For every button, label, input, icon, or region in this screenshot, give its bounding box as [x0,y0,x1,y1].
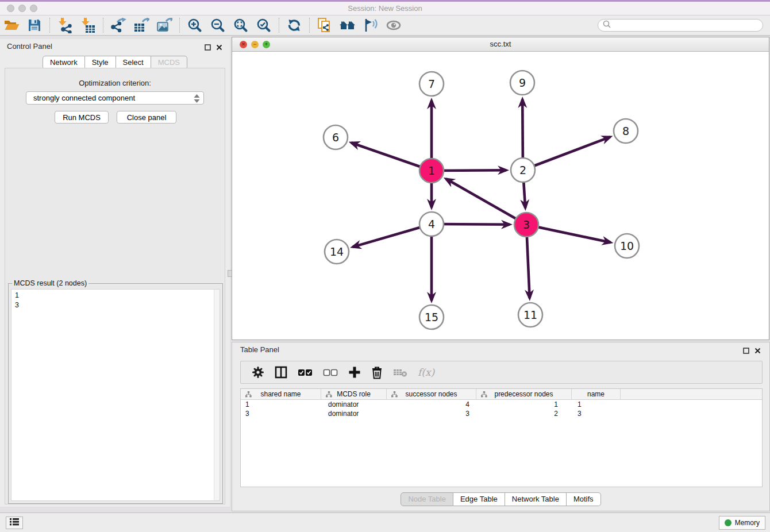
control-panel-title: Control Panel [0,39,230,51]
select-all-icon[interactable] [298,369,313,376]
table-panel-title: Table Panel [232,342,769,354]
task-history-button[interactable] [6,516,23,529]
optimization-criterion-label: Optimization criterion: [5,79,225,87]
export-network-icon[interactable] [109,17,128,34]
first-neighbors-icon[interactable] [338,17,357,34]
close-window-button[interactable] [7,5,14,12]
control-panel: Control Panel NetworkStyleSelectMCDS Opt… [0,39,230,507]
cell-predecessor-nodes[interactable]: 1 [476,400,572,409]
titlebar: Session: New Session [0,2,770,16]
save-session-icon[interactable] [25,17,44,34]
zoom-in-icon[interactable] [185,17,205,34]
network-window-titlebar[interactable]: ✕ − + scc.txt [232,37,769,52]
toolbar-separator [49,18,50,33]
tab-motifs[interactable]: Motifs [567,492,601,506]
search-field[interactable] [598,19,763,32]
control-panel-header: Control Panel [0,39,230,53]
node-label-11: 11 [523,309,537,321]
delete-row-icon[interactable] [371,366,383,379]
edge-2-8[interactable] [523,137,610,170]
network-close-button[interactable]: ✕ [240,41,247,48]
edge-3-10[interactable] [526,225,611,242]
node-label-7: 7 [428,78,435,90]
network-minimize-button[interactable]: − [251,41,259,48]
show-hide-details-icon[interactable] [384,17,403,34]
zoom-fit-icon[interactable] [231,17,251,34]
list-icon [10,518,19,528]
cell-MCDS-role[interactable]: dominator [321,409,387,418]
criterion-dropdown[interactable]: strongly connected component [26,91,204,105]
toolbar-separator [279,18,279,33]
graphics-details-icon[interactable] [361,17,380,34]
mcds-result-text: 1 3 [11,290,213,500]
result-scrollbar[interactable] [214,290,220,500]
table-header-row: shared nameMCDS rolesuccessor nodesprede… [241,389,762,400]
close-panel-icon[interactable] [216,43,223,49]
node-label-9: 9 [519,76,526,89]
column-header-predecessor-nodes[interactable]: predecessor nodes [476,389,572,399]
float-panel-icon[interactable] [205,43,211,49]
mcds-result-area[interactable]: 1 3 [11,289,220,501]
tab-network-table[interactable]: Network Table [505,492,567,506]
table-row[interactable]: 3dominator323 [241,409,762,418]
zoom-out-icon[interactable] [208,17,228,34]
column-header-name[interactable]: name [572,389,621,399]
deselect-all-icon[interactable] [323,369,338,376]
edge-3-1[interactable] [446,179,526,225]
function-builder-icon[interactable]: f(x) [418,367,434,378]
toolbar-separator [309,18,310,33]
show-columns-icon[interactable] [275,366,287,379]
node-label-10: 10 [620,240,634,252]
node-label-4: 4 [428,218,435,230]
zoom-selected-icon[interactable] [254,17,274,34]
cell-predecessor-nodes[interactable]: 2 [476,409,572,418]
zoom-window-button[interactable] [30,5,37,12]
column-header-shared-name[interactable]: shared name [241,389,321,399]
run-mcds-button[interactable]: Run MCDS [55,111,109,124]
dropdown-stepper-icon [193,94,201,105]
cell-shared-name[interactable]: 3 [241,409,321,418]
import-network-icon[interactable] [55,17,75,34]
search-icon [603,20,611,30]
float-panel-icon[interactable] [743,346,750,353]
network-graph[interactable]: 1234678910111415 [232,52,769,340]
export-image-icon[interactable] [155,17,174,34]
network-canvas[interactable]: 1234678910111415 [232,52,769,340]
add-row-icon[interactable] [348,366,361,379]
column-header-MCDS-role[interactable]: MCDS role [321,389,387,399]
node-table[interactable]: shared nameMCDS rolesuccessor nodesprede… [240,388,763,487]
network-maximize-button[interactable]: + [263,41,270,48]
mcds-result-group: MCDS result (2 nodes) 1 3 [8,283,223,504]
close-panel-button[interactable]: Close panel [117,111,176,124]
memory-button[interactable]: Memory [719,516,765,530]
node-label-1: 1 [428,164,435,177]
criterion-value: strongly connected component [33,94,135,102]
table-row[interactable]: 1dominator411 [241,400,762,409]
node-label-2: 2 [519,164,526,176]
cell-MCDS-role[interactable]: dominator [321,400,387,409]
cell-name[interactable]: 1 [572,400,621,409]
close-panel-icon[interactable] [754,346,761,353]
refresh-view-icon[interactable] [284,17,304,34]
minimize-window-button[interactable] [18,5,26,12]
tab-node-table[interactable]: Node Table [401,492,453,506]
table-settings-icon[interactable] [252,366,264,379]
search-input[interactable] [613,21,763,29]
import-table-icon[interactable] [78,17,98,34]
table-toolbar: f(x) [240,361,763,384]
window-title: Session: New Session [0,2,770,15]
export-table-icon[interactable] [132,17,151,34]
mcds-result-title: MCDS result (2 nodes) [12,279,88,287]
delete-table-icon[interactable] [393,368,407,377]
cell-successor-nodes[interactable]: 4 [387,400,476,409]
tab-edge-table[interactable]: Edge Table [453,492,505,506]
open-session-icon[interactable] [2,17,21,34]
cell-successor-nodes[interactable]: 3 [387,409,476,418]
main-toolbar [0,16,770,36]
clone-network-icon[interactable] [315,17,334,34]
column-header-successor-nodes[interactable]: successor nodes [387,389,476,399]
mcds-panel: Optimization criterion: strongly connect… [5,68,225,504]
cell-name[interactable]: 3 [572,409,621,418]
cell-shared-name[interactable]: 1 [241,400,321,409]
toolbar-separator [179,18,180,33]
